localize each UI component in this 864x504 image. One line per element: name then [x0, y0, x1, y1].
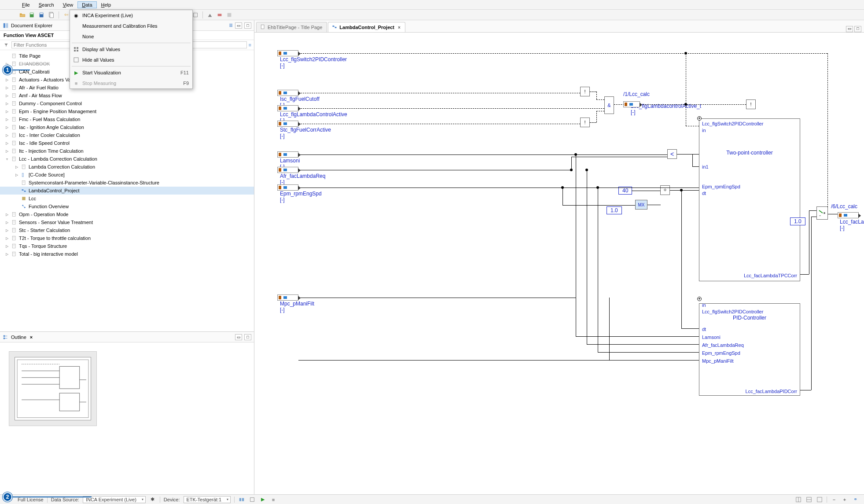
editor-min-button[interactable]: ▭ — [846, 26, 853, 32]
tree-twisty-icon[interactable]: ▿ — [4, 157, 9, 162]
tree-twisty-icon[interactable]: ▷ — [4, 101, 9, 106]
tree-item[interactable]: ▷Function Overview — [0, 202, 254, 210]
tool7-icon[interactable] — [225, 11, 233, 19]
tree-item[interactable]: ▿Lcc - Lambda Correction Calculation — [0, 155, 254, 163]
menu-file[interactable]: File — [18, 1, 34, 8]
tree-item[interactable]: ▷Sensors - Sensor Value Treatment — [0, 218, 254, 226]
menu-help[interactable]: Help — [97, 1, 116, 8]
play-icon[interactable]: ▶ — [259, 496, 266, 503]
zoom-plus-icon[interactable]: + — [841, 496, 848, 503]
tree-item[interactable]: ▷Iac - Ignition Angle Calculation — [0, 123, 254, 131]
nav-back-icon[interactable]: ⇦ — [62, 11, 70, 19]
tree-item[interactable]: ▷T2t - Torque to throttle calculation — [0, 234, 254, 242]
status-tool1-icon[interactable] — [238, 496, 245, 503]
tree-item[interactable]: ▷[][C-Code Source] — [0, 171, 254, 179]
minimize-button[interactable]: ▭ — [235, 22, 242, 29]
book-blue-icon[interactable] — [38, 11, 46, 19]
tree-twisty-icon[interactable]: ▷ — [4, 149, 9, 154]
tree-twisty-icon[interactable]: ▷ — [4, 109, 9, 114]
tree-twisty-icon[interactable]: ▷ — [4, 236, 9, 241]
menu-search[interactable]: Search — [34, 1, 59, 8]
tree-twisty-icon[interactable]: ▷ — [4, 125, 9, 130]
menu-start-viz[interactable]: ▶ Start Visualization F11 — [70, 67, 192, 78]
layout3-icon[interactable] — [816, 496, 823, 503]
tree-twisty-icon[interactable]: ▷ — [14, 173, 19, 177]
outline-min-button[interactable]: ▭ — [235, 334, 242, 340]
outline-body[interactable] — [0, 342, 254, 494]
tree-twisty-icon[interactable]: ▷ — [4, 244, 9, 249]
tree-item[interactable]: ▷Total - big interactive model — [0, 250, 254, 258]
not-block-1[interactable]: ! — [580, 87, 590, 96]
menu-view[interactable]: View — [59, 1, 78, 8]
book-green-icon[interactable] — [28, 11, 36, 19]
outline-close-icon[interactable]: × — [30, 335, 33, 340]
status-tool2-icon[interactable] — [249, 496, 256, 503]
datasource-dropdown[interactable]: INCA Experiment (Live) — [83, 496, 146, 503]
tree-item[interactable]: ▷Systemconstant-Parameter-Variable-Class… — [0, 179, 254, 187]
tree-item[interactable]: ▷Amf - Air Mass Flow — [0, 92, 254, 99]
tree-item[interactable]: ▷Isc - Idle Speed Control — [0, 139, 254, 147]
zoom-minus-icon[interactable]: − — [831, 496, 838, 503]
tree-item[interactable]: ▷LambdaControl_Project — [0, 187, 254, 195]
tree-twisty-icon[interactable]: ▷ — [4, 117, 9, 122]
tree-item[interactable]: ▷Epm - Engine Position Management — [0, 107, 254, 115]
menu-meas-files[interactable]: Measurement and Calibration Files — [70, 21, 192, 31]
tool5-icon[interactable] — [206, 11, 214, 19]
tree-item[interactable]: ▷Icc - Inter Cooler Calculation — [0, 131, 254, 139]
open-icon[interactable] — [18, 11, 26, 19]
ds-settings-icon[interactable]: ✱ — [149, 496, 156, 503]
input-port[interactable] — [277, 151, 298, 158]
layout1-icon[interactable] — [795, 496, 802, 503]
outline-max-button[interactable]: □ — [244, 334, 251, 340]
tree-item[interactable]: ▷Dummy - Component Control — [0, 99, 254, 107]
tab-close-icon[interactable]: × — [398, 25, 401, 30]
tree-item[interactable]: ▷Lcc — [0, 195, 254, 202]
switch-block[interactable] — [816, 206, 828, 220]
tree-item[interactable]: ▷Itc - Injection Time Calculation — [0, 147, 254, 155]
mux-block[interactable]: MX — [635, 200, 647, 210]
tree-item[interactable]: ▷Tqs - Torque Structure — [0, 242, 254, 250]
output-port[interactable] — [838, 212, 859, 218]
input-port[interactable] — [277, 184, 298, 191]
tab-titlepage[interactable]: EhbTitlePage - Title Page — [256, 22, 327, 32]
mid-port[interactable] — [623, 101, 640, 107]
link-icon[interactable]: ⚭ — [852, 496, 859, 503]
menu-hide-all[interactable]: Hide all Values — [70, 55, 192, 65]
tree-twisty-icon[interactable]: ▷ — [4, 220, 9, 225]
divide-block[interactable]: ÷ — [660, 185, 670, 195]
outline-thumbnail[interactable] — [9, 351, 97, 426]
input-port[interactable] — [277, 167, 298, 173]
list-icon[interactable]: ≣ — [229, 22, 233, 28]
layout2-icon[interactable] — [805, 496, 813, 503]
tree-twisty-icon[interactable]: ▷ — [4, 212, 9, 217]
menu-inca-live[interactable]: ◉ INCA Experiment (Live) — [70, 10, 192, 21]
tab-lambdacontrol[interactable]: LambdaControl_Project × — [328, 22, 405, 32]
compare-block[interactable]: < — [667, 149, 677, 159]
editor-max-button[interactable]: □ — [854, 26, 861, 32]
input-port[interactable] — [277, 50, 298, 56]
tree-twisty-icon[interactable]: ▷ — [14, 165, 19, 169]
input-port[interactable] — [277, 105, 298, 111]
tree-twisty-icon[interactable]: ▷ — [4, 228, 9, 233]
tool6-icon[interactable] — [216, 11, 224, 19]
tree-twisty-icon[interactable]: ▷ — [4, 133, 9, 138]
input-port[interactable] — [277, 294, 298, 301]
tree-twisty-icon[interactable]: ▷ — [4, 93, 9, 98]
tree-item[interactable]: ▷Opm - Operation Mode — [0, 210, 254, 218]
sheets-icon[interactable] — [48, 11, 55, 19]
tree-twisty-icon[interactable]: ▷ — [4, 252, 9, 257]
not-block-2[interactable]: ! — [580, 118, 590, 127]
input-port[interactable] — [277, 90, 298, 96]
diagram-canvas[interactable]: Two-point-controller Lcc_flgSwitch2PIDCo… — [254, 33, 864, 494]
tree-item[interactable]: ▷Fmc - Fuel Mass Calculation — [0, 115, 254, 123]
tree-twisty-icon[interactable]: ▷ — [4, 77, 9, 82]
tree-twisty-icon[interactable]: ▷ — [4, 85, 9, 90]
and-block[interactable]: & — [604, 96, 614, 114]
maximize-button[interactable]: □ — [244, 22, 251, 29]
pid-controller-block[interactable]: PID-Controller in Lcc_flgSwitch2PIDContr… — [699, 303, 800, 396]
tree-item[interactable]: ▷Lambda Correction Calculation — [0, 163, 254, 171]
tree-item[interactable]: ▷Stc - Starter Calculation — [0, 226, 254, 234]
input-port[interactable] — [277, 121, 298, 127]
device-dropdown[interactable]: ETK-Testgerät:1 — [184, 496, 231, 503]
two-point-controller-block[interactable]: Two-point-controller Lcc_flgSwitch2PIDCo… — [699, 118, 800, 281]
